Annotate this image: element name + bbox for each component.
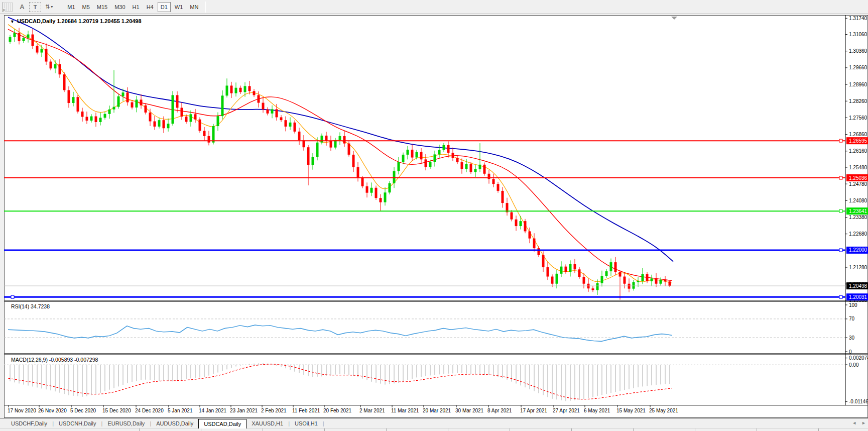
candle-body bbox=[425, 159, 427, 167]
candle-body bbox=[9, 37, 12, 42]
candle-body bbox=[230, 85, 233, 93]
candle-body bbox=[339, 136, 341, 140]
symbol-tabbar: USDCHF,Daily | USDCNH,Daily | EURUSD,Dai… bbox=[0, 418, 868, 428]
timeframe-w1-button[interactable]: W1 bbox=[172, 2, 186, 12]
candle-body bbox=[443, 145, 445, 150]
candle-body bbox=[199, 120, 201, 131]
candle-body bbox=[285, 120, 287, 127]
rsi-tick-label: 70 bbox=[849, 316, 855, 321]
dropdown-caret-icon[interactable]: ▾ bbox=[51, 5, 53, 9]
candle-body bbox=[669, 281, 671, 286]
tab-usdcnh-daily[interactable]: USDCNH,Daily bbox=[54, 419, 101, 428]
panel-separator bbox=[4, 353, 868, 355]
candle-body bbox=[642, 274, 644, 281]
candle-body bbox=[646, 274, 649, 281]
candle-body bbox=[131, 102, 134, 107]
timeframe-h1-button[interactable]: H1 bbox=[130, 2, 143, 12]
timeframe-m30-button[interactable]: M30 bbox=[111, 2, 128, 12]
chart-window[interactable]: 1.317401.310601.303601.296601.289601.282… bbox=[4, 15, 868, 418]
date-label: 8 Apr 2021 bbox=[487, 408, 512, 413]
font-a-button[interactable]: A bbox=[16, 2, 28, 12]
candle-body bbox=[434, 154, 436, 162]
top-toolbar: F A T ⇅ ▾ M1 M5 M15 M30 H1 H4 D1 W1 MN bbox=[0, 0, 868, 14]
timeframe-m15-button[interactable]: M15 bbox=[94, 2, 110, 12]
candle-body bbox=[628, 284, 631, 289]
price-tick-label: 1.23380 bbox=[849, 214, 867, 220]
toolbar-grip-icon[interactable]: F bbox=[2, 3, 13, 12]
candle-body bbox=[407, 150, 409, 155]
line-handle bbox=[839, 295, 842, 298]
price-tick-label: 1.31060 bbox=[849, 32, 867, 37]
candle-body bbox=[384, 192, 387, 202]
candle-body bbox=[271, 109, 274, 114]
candle-body bbox=[86, 117, 88, 121]
panel-separator bbox=[4, 300, 868, 302]
tab-usdchf-daily[interactable]: USDCHF,Daily bbox=[6, 419, 52, 428]
candle-body bbox=[95, 117, 97, 122]
candle-body bbox=[149, 113, 152, 122]
timeframe-h4-button[interactable]: H4 bbox=[144, 2, 157, 12]
text-tool-button[interactable]: T bbox=[29, 2, 41, 12]
candle-body bbox=[511, 212, 513, 220]
candle-body bbox=[45, 49, 48, 62]
price-tick-label: 1.31740 bbox=[849, 16, 867, 21]
candle-body bbox=[574, 264, 576, 269]
candle-body bbox=[465, 164, 468, 169]
candle-body bbox=[41, 49, 43, 53]
tab-xauusd-h1[interactable]: XAUUSD,H1 bbox=[246, 419, 288, 428]
candle-body bbox=[542, 255, 545, 267]
tab-eurusd-daily[interactable]: EURUSD,Daily bbox=[102, 419, 150, 428]
date-label: 30 Mar 2021 bbox=[455, 408, 484, 413]
timeframe-d1-button[interactable]: D1 bbox=[158, 2, 171, 12]
candle-body bbox=[624, 277, 626, 284]
candle-body bbox=[27, 35, 30, 38]
candle-body bbox=[113, 107, 115, 110]
candle-body bbox=[104, 114, 106, 118]
price-chart-canvas[interactable]: 1.317401.310601.303601.296601.289601.282… bbox=[4, 15, 868, 418]
candle-body bbox=[452, 153, 454, 158]
price-tick-label: 1.26160 bbox=[849, 148, 867, 154]
tab-scroll-right-icon[interactable]: ► bbox=[861, 420, 866, 425]
candle-body bbox=[32, 35, 34, 46]
date-label: 2 Mar 2021 bbox=[359, 408, 385, 413]
tab-usdcad-daily-active[interactable]: USDCAD,Daily bbox=[198, 419, 246, 428]
date-label: 24 Dec 2020 bbox=[135, 408, 164, 413]
candle-body bbox=[312, 157, 314, 165]
tab-scroll-left-icon[interactable]: ◄ bbox=[852, 420, 856, 425]
date-label: 15 Dec 2020 bbox=[102, 408, 131, 413]
date-label: 14 Jan 2021 bbox=[199, 408, 226, 413]
candle-body bbox=[560, 267, 563, 274]
timeframe-mn-button[interactable]: MN bbox=[187, 2, 201, 12]
macd-tick-label: 0.002074 bbox=[849, 355, 868, 361]
price-tick-label: 1.30360 bbox=[849, 48, 867, 54]
candle-body bbox=[556, 274, 558, 284]
timeframe-m1-button[interactable]: M1 bbox=[64, 2, 78, 12]
candle-body bbox=[190, 114, 192, 122]
candle-body bbox=[212, 126, 215, 143]
candle-body bbox=[127, 92, 129, 102]
candle-body bbox=[253, 91, 256, 95]
candle-body bbox=[614, 262, 617, 272]
candle-body bbox=[208, 136, 210, 143]
candle-body bbox=[456, 158, 459, 162]
tab-audusd-daily[interactable]: AUDUSD,Daily bbox=[151, 419, 198, 428]
candle-body bbox=[402, 155, 405, 162]
candle-body bbox=[483, 165, 486, 174]
macd-tick-label: -0.011462 bbox=[849, 399, 868, 404]
candle-body bbox=[619, 272, 622, 277]
candle-body bbox=[262, 103, 265, 110]
price-tick-label: 1.22680 bbox=[849, 231, 867, 237]
cursor-arrows-button[interactable]: ⇅ ▾ bbox=[42, 2, 56, 12]
date-label: 2 Feb 2021 bbox=[261, 408, 287, 413]
current-price-label: 1.20498 bbox=[849, 283, 867, 289]
candle-body bbox=[565, 267, 567, 272]
candle-body bbox=[154, 122, 156, 127]
candle-body bbox=[163, 120, 165, 128]
date-label: 26 Nov 2020 bbox=[38, 408, 67, 413]
timeframe-m5-button[interactable]: M5 bbox=[79, 2, 93, 12]
tab-usoil-h1[interactable]: USOil,H1 bbox=[290, 419, 323, 428]
candle-body bbox=[307, 147, 310, 165]
candle-body bbox=[239, 88, 242, 92]
candle-body bbox=[447, 145, 450, 153]
candle-body bbox=[108, 110, 111, 114]
